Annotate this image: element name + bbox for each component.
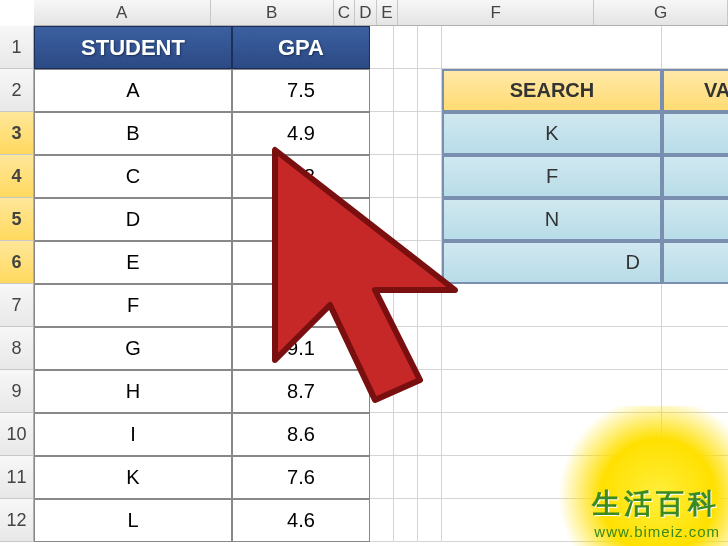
cell-empty[interactable] bbox=[370, 456, 394, 499]
cell-gpa[interactable]: 7.5 bbox=[232, 69, 370, 112]
row-header-3[interactable]: 3 bbox=[0, 112, 34, 155]
cell-empty[interactable] bbox=[394, 327, 418, 370]
row-header-2[interactable]: 2 bbox=[0, 69, 34, 112]
cell-gpa[interactable]: 9.1 bbox=[232, 327, 370, 370]
cell-search[interactable]: D bbox=[442, 241, 662, 284]
cell-empty[interactable] bbox=[662, 327, 728, 370]
cell-empty[interactable] bbox=[418, 241, 442, 284]
cell-student[interactable]: G bbox=[34, 327, 232, 370]
cell-empty[interactable] bbox=[370, 26, 394, 69]
cell-student[interactable]: I bbox=[34, 413, 232, 456]
cell-gpa[interactable]: 6.7 bbox=[232, 284, 370, 327]
cell-empty[interactable] bbox=[418, 499, 442, 542]
cell-empty[interactable] bbox=[370, 198, 394, 241]
cell-empty[interactable] bbox=[370, 499, 394, 542]
row-header-12[interactable]: 12 bbox=[0, 499, 34, 542]
cell-empty[interactable] bbox=[442, 413, 662, 456]
cell-empty[interactable] bbox=[370, 284, 394, 327]
cell-empty[interactable] bbox=[662, 370, 728, 413]
cell-empty[interactable] bbox=[442, 499, 662, 542]
cell-search[interactable]: N bbox=[442, 198, 662, 241]
cell-value[interactable]: 6. bbox=[662, 155, 728, 198]
cell-empty[interactable] bbox=[418, 112, 442, 155]
cell-empty[interactable] bbox=[418, 198, 442, 241]
cell-gpa[interactable]: 8.8 bbox=[232, 155, 370, 198]
cell-empty[interactable] bbox=[442, 456, 662, 499]
cell-value-header[interactable]: VA bbox=[662, 69, 728, 112]
row-header-6[interactable]: 6 bbox=[0, 241, 34, 284]
cell-gpa[interactable]: 4.9 bbox=[232, 112, 370, 155]
cell-empty[interactable] bbox=[370, 112, 394, 155]
cell-empty[interactable] bbox=[394, 499, 418, 542]
cell-empty[interactable] bbox=[394, 198, 418, 241]
cell-empty[interactable] bbox=[394, 413, 418, 456]
row-header-9[interactable]: 9 bbox=[0, 370, 34, 413]
cell-student[interactable]: F bbox=[34, 284, 232, 327]
cell-empty[interactable] bbox=[442, 26, 662, 69]
col-header-d[interactable]: D bbox=[355, 0, 377, 25]
row-header-11[interactable]: 11 bbox=[0, 456, 34, 499]
cell-gpa[interactable]: 5.8 bbox=[232, 241, 370, 284]
cell-empty[interactable] bbox=[662, 284, 728, 327]
col-header-e[interactable]: E bbox=[377, 0, 399, 25]
cell-value[interactable]: 7. bbox=[662, 241, 728, 284]
cell-empty[interactable] bbox=[662, 456, 728, 499]
cell-empty[interactable] bbox=[418, 413, 442, 456]
cell-student[interactable]: A bbox=[34, 69, 232, 112]
row-header-4[interactable]: 4 bbox=[0, 155, 34, 198]
cell-empty[interactable] bbox=[394, 370, 418, 413]
cell-empty[interactable] bbox=[370, 69, 394, 112]
row-header-5[interactable]: 5 bbox=[0, 198, 34, 241]
cell-empty[interactable] bbox=[394, 155, 418, 198]
cell-empty[interactable] bbox=[662, 499, 728, 542]
cell-empty[interactable] bbox=[442, 284, 662, 327]
cell-empty[interactable] bbox=[418, 370, 442, 413]
cell-empty[interactable] bbox=[418, 155, 442, 198]
cell-value[interactable]: 7. bbox=[662, 112, 728, 155]
cell-gpa[interactable]: 7.9 bbox=[232, 198, 370, 241]
cell-empty[interactable] bbox=[394, 112, 418, 155]
cell-value[interactable]: 8. bbox=[662, 198, 728, 241]
cell-empty[interactable] bbox=[662, 413, 728, 456]
col-header-c[interactable]: C bbox=[334, 0, 356, 25]
cell-empty[interactable] bbox=[442, 370, 662, 413]
cell-empty[interactable] bbox=[418, 456, 442, 499]
cell-gpa[interactable]: 8.6 bbox=[232, 413, 370, 456]
cell-search-header[interactable]: SEARCH bbox=[442, 69, 662, 112]
cell-student-header[interactable]: STUDENT bbox=[34, 26, 232, 69]
cell-empty[interactable] bbox=[370, 413, 394, 456]
col-header-a[interactable]: A bbox=[34, 0, 211, 25]
cell-empty[interactable] bbox=[394, 284, 418, 327]
cell-student[interactable]: C bbox=[34, 155, 232, 198]
col-header-f[interactable]: F bbox=[398, 0, 594, 25]
cell-empty[interactable] bbox=[442, 327, 662, 370]
row-header-7[interactable]: 7 bbox=[0, 284, 34, 327]
cell-search[interactable]: F bbox=[442, 155, 662, 198]
cell-student[interactable]: D bbox=[34, 198, 232, 241]
cell-empty[interactable] bbox=[394, 456, 418, 499]
col-header-b[interactable]: B bbox=[211, 0, 334, 25]
row-header-10[interactable]: 10 bbox=[0, 413, 34, 456]
cell-student[interactable]: B bbox=[34, 112, 232, 155]
cell-empty[interactable] bbox=[370, 370, 394, 413]
cell-search[interactable]: K bbox=[442, 112, 662, 155]
cell-empty[interactable] bbox=[662, 26, 728, 69]
cell-empty[interactable] bbox=[394, 241, 418, 284]
cell-empty[interactable] bbox=[418, 284, 442, 327]
cell-empty[interactable] bbox=[418, 26, 442, 69]
cell-empty[interactable] bbox=[418, 327, 442, 370]
cell-gpa[interactable]: 4.6 bbox=[232, 499, 370, 542]
cell-gpa[interactable]: 8.7 bbox=[232, 370, 370, 413]
cell-empty[interactable] bbox=[370, 241, 394, 284]
cell-empty[interactable] bbox=[370, 327, 394, 370]
cell-gpa-header[interactable]: GPA bbox=[232, 26, 370, 69]
cell-student[interactable]: E bbox=[34, 241, 232, 284]
cell-student[interactable]: L bbox=[34, 499, 232, 542]
cell-gpa[interactable]: 7.6 bbox=[232, 456, 370, 499]
row-header-8[interactable]: 8 bbox=[0, 327, 34, 370]
cell-empty[interactable] bbox=[394, 26, 418, 69]
cell-empty[interactable] bbox=[394, 69, 418, 112]
cell-student[interactable]: K bbox=[34, 456, 232, 499]
col-header-g[interactable]: G bbox=[594, 0, 728, 25]
cell-empty[interactable] bbox=[418, 69, 442, 112]
